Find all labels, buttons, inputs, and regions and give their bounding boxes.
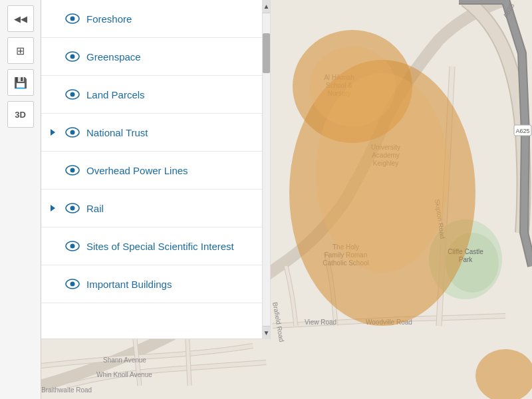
layer-list: Foreshore Greenspace Land Parcels Nation… [41,0,270,338]
layer-label-national-trust: National Trust [86,127,148,138]
svg-point-12 [70,55,75,59]
layer-item-land-parcels[interactable]: Land Parcels [41,76,270,114]
scrollbar[interactable]: ▲ ▼ [262,0,270,339]
svg-point-22 [70,206,75,211]
layer-label-foreshore: Foreshore [86,13,132,25]
layer-item-national-trust[interactable]: National Trust [41,114,270,152]
scrollbar-down-button[interactable]: ▼ [263,326,270,339]
layer-item-sssi[interactable]: Sites of Special Scientific Interest [41,227,270,265]
grid-button[interactable]: ⊞ [7,37,34,64]
eye-icon-national-trust[interactable] [65,127,80,138]
eye-icon-greenspace[interactable] [65,51,80,62]
svg-marker-15 [51,129,55,136]
eye-icon-foreshore[interactable] [65,13,80,24]
3d-label: 3D [15,110,26,120]
layer-label-important-buildings: Important Buildings [86,279,172,290]
layer-label-sssi: Sites of Special Scientific Interest [86,241,234,252]
layer-label-rail: Rail [86,203,104,214]
svg-point-14 [70,92,75,97]
road-label-view: View Road [305,319,336,326]
svg-marker-20 [51,205,55,211]
road-label-whin: Whin Knoll Avenue [96,371,152,378]
layer-item-greenspace[interactable]: Greenspace [41,38,270,76]
3d-button[interactable]: 3D [7,101,34,128]
layer-item-foreshore[interactable]: Foreshore [41,0,270,38]
road-label-shann: Shann Avenue [103,356,146,364]
layer-label-greenspace: Greenspace [86,51,141,63]
svg-point-24 [70,244,75,249]
layer-item-rail[interactable]: Rail [41,190,270,227]
save-button[interactable]: 💾 [7,69,34,96]
expand-arrow-rail[interactable] [49,204,59,212]
layer-item-important-buildings[interactable]: Important Buildings [41,265,270,303]
layer-label-land-parcels: Land Parcels [86,89,145,100]
eye-icon-sssi[interactable] [65,241,80,251]
eye-icon-rail[interactable] [65,203,80,213]
scrollbar-track [263,13,270,326]
layer-panel: Foreshore Greenspace Land Parcels Nation… [41,0,271,339]
layer-label-overhead-power: Overhead Power Lines [86,165,188,176]
expand-arrow-national-trust[interactable] [49,128,59,136]
road-label-braithwaite: Braithwaite Road [41,386,92,394]
eye-icon-important-buildings[interactable] [65,279,80,289]
svg-point-17 [70,130,75,135]
eye-icon-overhead-power[interactable] [65,165,80,176]
road-badge-a625: A625 [515,128,529,134]
layer-item-overhead-power[interactable]: Overhead Power Lines [41,152,270,190]
svg-point-19 [70,168,75,173]
back-icon: ◀◀ [14,14,27,24]
svg-point-10 [70,17,75,21]
scrollbar-up-button[interactable]: ▲ [263,0,270,13]
scrollbar-thumb[interactable] [263,33,270,73]
eye-icon-land-parcels[interactable] [65,89,80,100]
svg-point-26 [70,282,75,287]
grid-icon: ⊞ [16,45,25,57]
svg-point-8 [309,47,396,126]
toolbar: ◀◀ ⊞ 💾 3D [0,0,41,399]
save-icon: 💾 [14,76,27,89]
back-button[interactable]: ◀◀ [7,5,34,32]
